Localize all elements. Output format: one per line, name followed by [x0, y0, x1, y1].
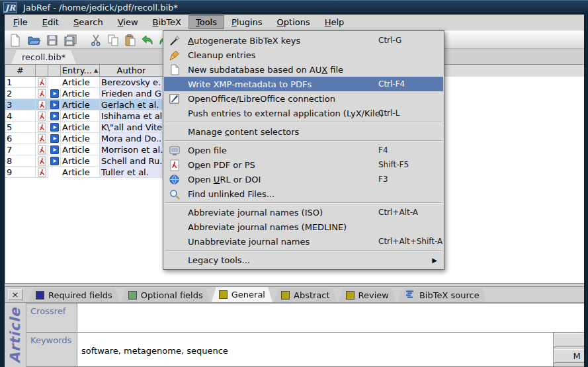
- entry-type-cell: Article: [61, 144, 100, 155]
- author-cell: Schell and Ru.: [100, 155, 163, 167]
- pdf-file-icon[interactable]: [36, 155, 48, 167]
- menu-search[interactable]: Search: [66, 15, 110, 29]
- header-number[interactable]: #: [5, 65, 36, 77]
- menu-tools[interactable]: Tools: [189, 15, 224, 29]
- header-entrytype[interactable]: Entry...▲: [61, 65, 100, 77]
- tab-bibtex-source[interactable]: BibTeX source: [398, 288, 487, 302]
- menu-item-write-xmp-metadata[interactable]: Write XMP-metadata to PDFs Ctrl-F4: [164, 77, 443, 91]
- open-file-icon: [168, 144, 181, 157]
- new-file-icon[interactable]: [7, 32, 23, 48]
- pdf-file-icon[interactable]: [36, 122, 48, 133]
- pdf-file-icon[interactable]: [36, 133, 48, 144]
- keywords-input[interactable]: [77, 333, 553, 366]
- entry-type-cell: Article: [61, 122, 100, 133]
- menu-item-legacy-tools[interactable]: Legacy tools... ▶: [164, 253, 443, 267]
- menu-item-label: Legacy tools...: [188, 255, 250, 265]
- menu-bibtex[interactable]: BibTeX: [146, 15, 189, 29]
- menu-item-openoffice-connection[interactable]: OpenOffice/LibreOffice connection: [164, 91, 443, 106]
- menu-item-push-entries[interactable]: Push entries to external application (Ly…: [164, 106, 443, 120]
- entry-editor-tab-strip: × Required fields Optional fields Genera…: [5, 287, 584, 303]
- menu-item-autogenerate-keys[interactable]: Autogenerate BibTeX keys Ctrl-G: [164, 33, 443, 48]
- undo-icon[interactable]: [140, 32, 155, 48]
- abstract-fields-icon: [281, 291, 290, 300]
- menu-file[interactable]: File: [6, 15, 35, 29]
- shortcut-label: Ctrl-F4: [378, 79, 405, 89]
- menu-item-cleanup-entries[interactable]: Cleanup entries: [164, 48, 443, 62]
- menu-edit[interactable]: Edit: [35, 15, 66, 29]
- menu-separator: [165, 122, 442, 123]
- author-cell: Mora and Do..: [100, 133, 163, 144]
- author-cell: Morrison et al.: [100, 144, 163, 155]
- header-web[interactable]: [48, 65, 61, 77]
- menu-item-open-pdf[interactable]: Open PDF or PS Shift-F5: [164, 157, 443, 172]
- row-number: 9: [5, 167, 36, 178]
- field-extra-button[interactable]: [554, 333, 584, 347]
- menu-item-abbreviate-medline[interactable]: Abbreviate journal names (MEDLINE): [164, 220, 443, 234]
- pdf-file-icon[interactable]: [36, 88, 48, 99]
- menu-item-manage-content-selectors[interactable]: Manage content selectors: [164, 124, 443, 139]
- general-fields-icon: [219, 290, 228, 299]
- close-editor-button[interactable]: ×: [8, 289, 22, 300]
- crossref-input[interactable]: [77, 304, 584, 332]
- save-icon[interactable]: [44, 32, 60, 48]
- tab-review[interactable]: Review: [339, 288, 396, 302]
- menu-item-find-unlinked-files[interactable]: Find unlinked Files...: [164, 186, 443, 201]
- menu-item-open-file[interactable]: Open file F4: [164, 143, 443, 157]
- row-number: 4: [5, 110, 36, 122]
- tab-label: Optional fields: [141, 290, 203, 300]
- tab-general[interactable]: General: [212, 287, 273, 302]
- pdf-file-icon[interactable]: [36, 99, 48, 110]
- menu-view[interactable]: View: [110, 15, 146, 29]
- submenu-arrow-icon: ▶: [432, 257, 437, 264]
- menu-separator: [165, 202, 442, 204]
- author-cell: Gerlach et al.: [100, 99, 163, 110]
- cut-icon[interactable]: [88, 32, 104, 48]
- menu-item-abbreviate-iso[interactable]: Abbreviate journal names (ISO) Ctrl+Alt-…: [164, 205, 443, 220]
- menu-options[interactable]: Options: [270, 15, 317, 29]
- wand-icon: [168, 34, 181, 47]
- manage-button[interactable]: M: [554, 349, 584, 363]
- web-link-icon[interactable]: [48, 122, 61, 133]
- web-link-icon[interactable]: [48, 99, 61, 110]
- pdf-file-icon[interactable]: [36, 167, 48, 178]
- entry-type-cell: Article: [61, 110, 100, 122]
- web-link-icon[interactable]: [48, 155, 61, 167]
- menu-item-open-url[interactable]: Open URL or DOI F3: [164, 172, 443, 186]
- copy-icon[interactable]: [105, 32, 121, 48]
- pdf-file-icon[interactable]: [36, 144, 48, 155]
- paste-icon[interactable]: [122, 32, 138, 48]
- menu-item-label: Autogenerate BibTeX keys: [188, 36, 300, 46]
- row-number: 6: [5, 133, 36, 144]
- tab-optional-fields[interactable]: Optional fields: [121, 288, 210, 302]
- tab-label: Review: [358, 290, 389, 300]
- crossref-label: Crossref: [26, 304, 77, 332]
- keywords-row: Keywords M: [26, 333, 584, 367]
- author-cell: Frieden and G: [100, 88, 163, 99]
- pdf-file-icon[interactable]: [36, 77, 48, 88]
- menu-plugins[interactable]: Plugins: [224, 15, 270, 29]
- web-link-icon[interactable]: [48, 110, 61, 122]
- menu-item-label: Open URL or DOI: [188, 175, 261, 184]
- menu-item-label: New subdatabase based on AUX file: [188, 65, 343, 75]
- pdf-file-icon[interactable]: [36, 110, 48, 122]
- tab-required-fields[interactable]: Required fields: [28, 288, 120, 302]
- tab-abstract[interactable]: Abstract: [274, 288, 337, 302]
- menu-help[interactable]: Help: [317, 15, 352, 29]
- header-pdf[interactable]: [36, 65, 48, 77]
- entry-type-cell: Article: [61, 99, 100, 110]
- save-all-icon[interactable]: [63, 32, 79, 48]
- author-cell: K\"all and Vitek: [100, 122, 163, 133]
- header-author[interactable]: Author: [100, 65, 163, 77]
- entry-type-cell: Article: [61, 88, 100, 99]
- menu-item-label: OpenOffice/LibreOffice connection: [188, 94, 335, 104]
- menu-item-new-subdatabase[interactable]: New subdatabase based on AUX file: [164, 62, 443, 77]
- file-tab[interactable]: recoll.bib*: [11, 50, 76, 64]
- web-link-icon[interactable]: [48, 144, 61, 155]
- web-link-icon[interactable]: [48, 133, 61, 144]
- tab-label: BibTeX source: [419, 290, 480, 300]
- entry-type-cell: Article: [61, 155, 100, 167]
- shortcut-label: F3: [378, 175, 388, 184]
- web-link-icon[interactable]: [48, 88, 61, 99]
- menu-item-unabbreviate[interactable]: Unabbreviate journal names Ctrl+Alt+Shif…: [164, 234, 443, 249]
- open-folder-icon[interactable]: [26, 32, 42, 48]
